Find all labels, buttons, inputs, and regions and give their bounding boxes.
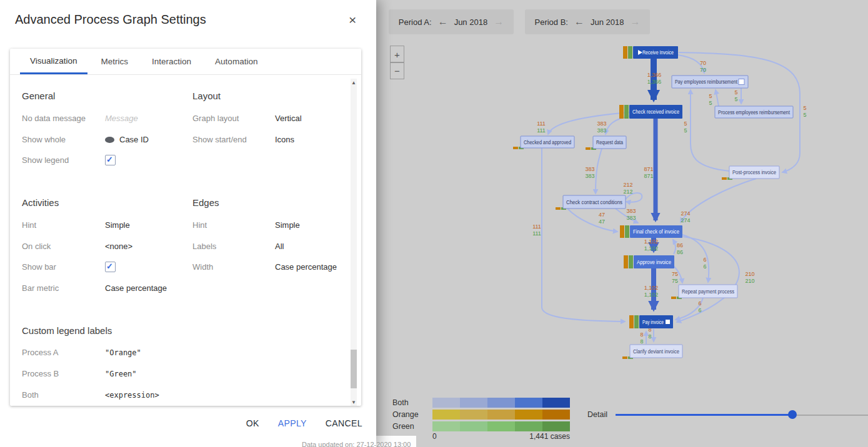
- graph-node-pay-employees-reimbursement[interactable]: Pay employees reimbursement: [672, 76, 748, 88]
- period-b-next-icon[interactable]: →: [630, 16, 640, 27]
- detail-slider-handle[interactable]: [788, 410, 797, 419]
- show-legend-label: Show legend: [22, 155, 69, 165]
- legend-cell: [542, 421, 570, 431]
- graph-edge: [567, 209, 617, 232]
- zoom-out-button[interactable]: −: [390, 62, 404, 79]
- graph-node-checked-and-approved[interactable]: Checked and approved: [513, 136, 574, 149]
- edge-label-orange: 111: [532, 224, 541, 230]
- period-a-selector[interactable]: Period A: ← Jun 2018 →: [389, 9, 514, 34]
- edge-label-orange: 274: [681, 210, 690, 217]
- graph-node-post-process-invoice[interactable]: Post-process invoice: [722, 166, 779, 180]
- scrollbar-thumb[interactable]: [351, 350, 357, 388]
- edge-label-orange: 86: [677, 242, 683, 248]
- edge-label-green: 1,102: [644, 245, 659, 252]
- period-b-prev-icon[interactable]: ←: [574, 16, 584, 27]
- graph-edge: [542, 148, 625, 322]
- node-label: Check received invoice: [632, 109, 679, 115]
- legend-cell: [487, 410, 515, 420]
- graph-edge: [606, 116, 629, 134]
- graph-layout-label: Graph layout: [192, 114, 239, 123]
- legend-cell: [487, 421, 515, 431]
- zoom-in-button[interactable]: +: [390, 46, 404, 63]
- node-label: Pay employees reimbursement: [675, 79, 738, 85]
- show-legend-checkbox[interactable]: [105, 155, 116, 165]
- cancel-button[interactable]: CANCEL: [326, 418, 362, 428]
- edges-width-label: Width: [192, 262, 213, 272]
- dialog-button-row: OK APPLY CANCEL: [246, 418, 362, 428]
- node-label: Final check of invoice: [633, 228, 679, 235]
- on-click-value[interactable]: <none>: [105, 242, 132, 251]
- edge-label-orange: 47: [599, 212, 605, 218]
- tab-metrics[interactable]: Metrics: [91, 49, 139, 74]
- period-a-next-icon[interactable]: →: [494, 16, 504, 27]
- graph-node-receive-invoice[interactable]: Receive Invoice: [623, 46, 678, 59]
- bar-metric-value[interactable]: Case percentage: [105, 283, 167, 293]
- edges-hint-value[interactable]: Simple: [275, 220, 300, 230]
- edge-label-orange: 75: [672, 271, 678, 277]
- edge-label-green: 70: [700, 67, 706, 73]
- graph-edge: [681, 179, 756, 222]
- graph-node-clarify-deviant-invoice[interactable]: Clarify deviant invoice: [622, 345, 682, 359]
- detail-slider-track-empty[interactable]: [792, 415, 868, 416]
- ok-button[interactable]: OK: [246, 418, 259, 428]
- graph-node-process-employees-reimbursement[interactable]: Process employees reimbursement: [715, 106, 793, 118]
- legend-cell: [432, 421, 460, 431]
- apply-button[interactable]: APPLY: [278, 418, 307, 428]
- period-b-selector[interactable]: Period B: ← Jun 2018 →: [525, 9, 650, 34]
- node-label: Clarify deviant invoice: [633, 348, 679, 355]
- period-a-label: Period A:: [399, 17, 432, 27]
- scroll-up-icon[interactable]: ▲: [351, 79, 357, 86]
- tab-automation[interactable]: Automation: [205, 49, 267, 74]
- period-a-prev-icon[interactable]: ←: [438, 16, 448, 27]
- both-value[interactable]: <expression>: [105, 391, 159, 400]
- edge-label-orange: 5: [709, 93, 712, 99]
- process-a-value[interactable]: "Orange": [105, 348, 141, 357]
- detail-slider[interactable]: [616, 410, 868, 420]
- show-whole-value[interactable]: Case ID: [119, 135, 149, 144]
- edge-label-orange: 1,102: [644, 238, 659, 245]
- edge-label-orange: 6: [703, 257, 706, 263]
- activities-hint-label: Hint: [22, 220, 36, 230]
- edge-label-green: 6: [698, 307, 701, 313]
- advanced-process-graph-settings-dialog: Advanced Process Graph Settings × Visual…: [0, 0, 376, 447]
- scroll-down-icon[interactable]: ▼: [351, 398, 357, 406]
- section-activities-heading: Activities: [22, 197, 59, 208]
- tab-visualization[interactable]: Visualization: [20, 49, 87, 74]
- detail-slider-track-filled[interactable]: [616, 414, 792, 416]
- legend-scale-orange: [432, 410, 570, 420]
- graph-node-check-contract-conditions[interactable]: Check contract conditions: [556, 195, 626, 210]
- process-a-label: Process A: [22, 348, 59, 357]
- legend-cell: [460, 398, 487, 408]
- graph-node-approve-invoice[interactable]: Approve invoice: [624, 255, 674, 268]
- no-data-message-field[interactable]: Message: [105, 114, 138, 123]
- activities-hint-value[interactable]: Simple: [105, 220, 130, 230]
- legend-cell: [515, 398, 542, 408]
- close-icon[interactable]: ×: [349, 12, 356, 27]
- graph-layout-value[interactable]: Vertical: [275, 114, 302, 123]
- graph-node-final-check-of-invoice[interactable]: Final check of invoice: [620, 225, 682, 238]
- graph-node-request-data[interactable]: Request data: [586, 136, 626, 150]
- graph-node-repeat-payment-process[interactable]: Repeat payment process: [671, 285, 737, 299]
- node-label: Repeat payment process: [682, 288, 734, 295]
- edges-labels-value[interactable]: All: [275, 242, 284, 251]
- process-b-value[interactable]: "Green": [105, 370, 137, 378]
- period-b-value: Jun 2018: [591, 17, 624, 27]
- edge-label-green: 86: [677, 249, 683, 255]
- tab-interaction[interactable]: Interaction: [142, 49, 201, 74]
- edge-label-green: 212: [623, 189, 632, 195]
- edge-label-green: 111: [537, 127, 546, 134]
- edge-label-orange: 1,366: [647, 72, 662, 78]
- edge-label-green: 1,366: [647, 79, 662, 85]
- legend-max: 1,441 cases: [529, 432, 570, 441]
- graph-node-pay-invoice[interactable]: Pay invoice: [629, 315, 673, 328]
- edge-label-orange: 383: [626, 208, 636, 214]
- graph-edge: [548, 112, 629, 134]
- period-b-label: Period B:: [535, 17, 568, 27]
- section-layout-heading: Layout: [192, 91, 221, 101]
- section-general-heading: General: [22, 91, 55, 101]
- edges-width-value[interactable]: Case percentage: [275, 262, 337, 272]
- edge-label-green: 5: [709, 100, 712, 106]
- show-bar-checkbox[interactable]: [105, 262, 116, 272]
- node-label: Post-process invoice: [732, 169, 776, 175]
- show-start-end-value[interactable]: Icons: [275, 135, 294, 144]
